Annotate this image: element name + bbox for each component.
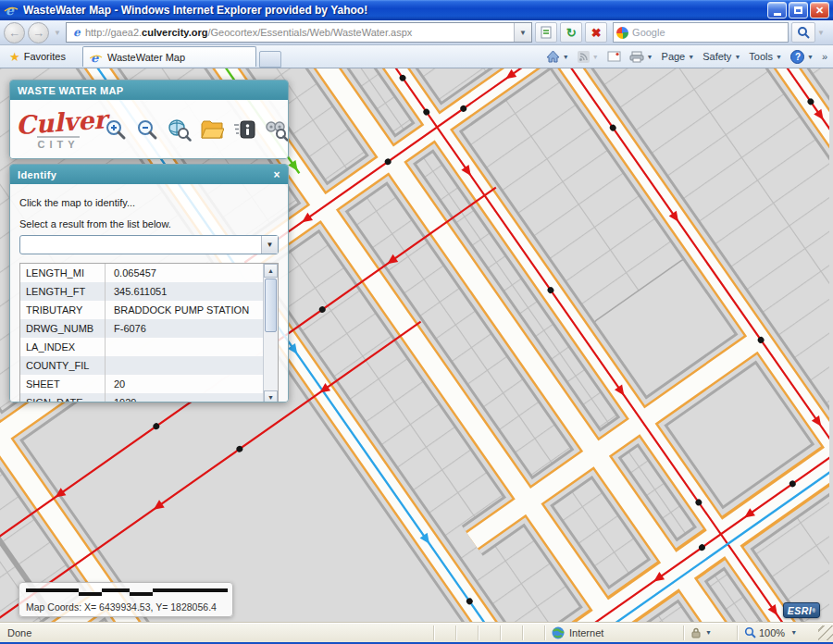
toolbar-panel-header[interactable]: WASTE WATER MAP <box>10 80 288 100</box>
window-title: WasteWater Map - Windows Internet Explor… <box>23 4 765 17</box>
attribute-row[interactable]: LENGTH_FT 345.611051 <box>20 282 263 301</box>
search-icon <box>797 26 810 39</box>
page-favicon-icon: e <box>70 25 85 40</box>
protected-mode-icon <box>690 627 702 638</box>
back-button[interactable]: ← <box>4 22 25 43</box>
attribute-row[interactable]: TRIBUTARY BRADDOCK PUMP STATION <box>20 301 263 319</box>
zoom-out-icon[interactable] <box>136 118 159 142</box>
attribute-row[interactable]: SIGN_DATE 1929 <box>20 393 263 402</box>
tab-favicon-icon: e <box>90 51 103 64</box>
zoom-full-extent-icon[interactable] <box>168 118 192 142</box>
map-coordinates: Map Coords: X= 6439934.53, Y= 1828056.4 <box>26 601 226 613</box>
title-bar[interactable]: e WasteWater Map - Windows Internet Expl… <box>0 0 833 20</box>
identify-icon[interactable] <box>232 118 256 142</box>
attribute-row[interactable]: LA_INDEX <box>20 338 263 356</box>
maximize-button[interactable] <box>789 2 808 19</box>
address-dropdown-icon[interactable]: ▼ <box>514 23 531 42</box>
status-text: Done <box>0 627 433 638</box>
new-tab-button[interactable] <box>259 51 281 68</box>
attribute-row[interactable]: COUNTY_FIL <box>20 356 263 375</box>
mail-icon <box>607 51 621 62</box>
culver-city-logo: Culver CITY <box>16 110 101 151</box>
attribute-field: LENGTH_FT <box>20 282 106 301</box>
identify-instruction: Click the map to identify... <box>19 197 279 208</box>
help-icon: ? <box>790 50 804 64</box>
protected-mode-button[interactable]: ▼ <box>683 625 737 640</box>
search-options-icon[interactable]: ▼ <box>817 29 825 37</box>
identify-panel-body: Click the map to identify... Select a re… <box>10 184 288 402</box>
scalebar-box: Map Coords: X= 6439934.53, Y= 1828056.4 <box>19 582 233 617</box>
star-icon: ★ <box>9 50 20 64</box>
attribute-field: LENGTH_MI <box>20 264 106 282</box>
print-button[interactable]: ▼ <box>629 51 653 63</box>
identify-select-label: Select a result from the list below. <box>19 218 279 229</box>
read-mail-button[interactable] <box>607 51 621 62</box>
status-cell <box>522 625 544 640</box>
attribute-row[interactable]: DRWG_NUMB F-6076 <box>20 319 263 338</box>
refresh-icon: ↻ <box>566 26 577 40</box>
scroll-up-icon[interactable]: ▲ <box>264 264 278 278</box>
command-bar: ▼ ▼ <box>546 50 827 64</box>
status-cell <box>433 625 455 640</box>
tools-menu[interactable]: Tools▼ <box>749 51 782 62</box>
home-icon <box>546 50 560 63</box>
vertical-scroll-thumb[interactable] <box>265 279 277 332</box>
attribute-value: F-6076 <box>106 319 263 338</box>
attribute-value: BRADDOCK PUMP STATION <box>106 301 263 319</box>
forward-button[interactable]: → <box>28 22 49 43</box>
safety-menu[interactable]: Safety▼ <box>702 51 740 62</box>
zoom-control[interactable]: 100% ▼ <box>737 625 816 640</box>
map-viewport: WASTE WATER MAP Culver CITY <box>0 68 833 622</box>
feeds-button[interactable]: ▼ <box>578 51 599 63</box>
security-zone: Internet <box>544 625 683 640</box>
attribute-field: DRWG_NUMB <box>20 319 106 338</box>
close-button[interactable]: ✕ <box>810 2 829 19</box>
status-cell <box>478 625 500 640</box>
identify-panel-title: Identify <box>18 169 56 180</box>
toolbar-overflow-chevron[interactable]: » <box>822 51 827 62</box>
open-folder-icon[interactable] <box>200 118 224 142</box>
attribute-table: LENGTH_MI 0.065457 LENGTH_FT 345.611051 … <box>19 263 279 402</box>
attribute-value: 345.611051 <box>106 282 263 301</box>
find-icon[interactable] <box>265 118 289 142</box>
tab-bar: ★ Favorites e WasteWater Map ▼ ▼ <box>0 45 833 68</box>
dropdown-arrow-icon[interactable]: ▼ <box>261 236 278 254</box>
tab-wastewater-map[interactable]: e WasteWater Map <box>82 46 256 67</box>
search-input[interactable] <box>632 27 762 38</box>
attribute-value <box>106 338 263 356</box>
zoom-level: 100% <box>759 627 785 638</box>
refresh-button[interactable]: ↻ <box>560 22 582 43</box>
search-button[interactable] <box>791 22 815 43</box>
search-box[interactable] <box>613 22 789 43</box>
google-icon <box>616 27 628 39</box>
status-cell <box>500 625 522 640</box>
minimize-button[interactable] <box>767 2 787 19</box>
status-cell <box>455 625 478 640</box>
stop-button[interactable]: ✖ <box>585 22 607 43</box>
attribute-row[interactable]: LENGTH_MI 0.065457 <box>20 264 263 282</box>
attribute-value: 1929 <box>106 393 263 402</box>
url-text: http://gaea2.culvercity.org/Geocortex/Es… <box>85 27 514 38</box>
home-button[interactable]: ▼ <box>546 50 569 63</box>
recent-pages-icon[interactable]: ▼ <box>54 29 61 37</box>
favorites-button[interactable]: ★ Favorites <box>6 48 73 66</box>
compatibility-view-button[interactable] <box>535 22 557 43</box>
zone-label: Internet <box>569 627 603 638</box>
address-input[interactable]: e http://gaea2.culvercity.org/Geocortex/… <box>66 22 532 43</box>
identify-close-icon[interactable]: × <box>274 168 280 181</box>
identify-panel-header[interactable]: Identify × <box>10 165 288 184</box>
page-menu[interactable]: Page▼ <box>662 51 695 62</box>
zoom-in-icon[interactable] <box>105 118 128 142</box>
result-dropdown[interactable]: ▼ <box>19 235 279 254</box>
help-menu[interactable]: ? ▼ <box>790 50 814 64</box>
status-bar: Done Internet ▼ 100% <box>0 622 833 642</box>
vertical-scrollbar[interactable]: ▲ ▼ <box>263 264 278 402</box>
attribute-rows: LENGTH_MI 0.065457 LENGTH_FT 345.611051 … <box>20 264 263 402</box>
zoom-level-icon <box>744 626 756 638</box>
browser-window: e WasteWater Map - Windows Internet Expl… <box>0 0 833 644</box>
resize-grip[interactable] <box>818 625 833 640</box>
attribute-row[interactable]: SHEET 20 <box>20 375 263 393</box>
scroll-down-icon[interactable]: ▼ <box>264 390 278 402</box>
attribute-field: TRIBUTARY <box>20 301 106 319</box>
attribute-value: 20 <box>106 375 263 393</box>
